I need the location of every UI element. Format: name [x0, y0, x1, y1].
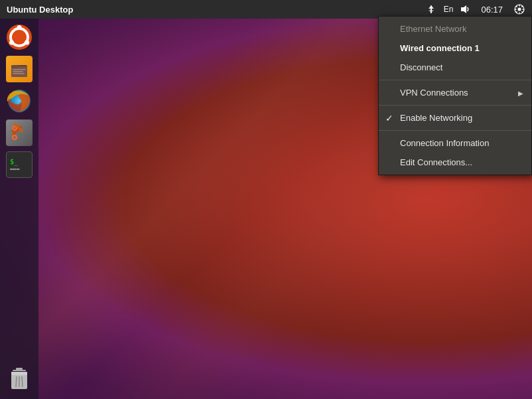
- menu-separator-3: [379, 130, 531, 131]
- dock-item-trash[interactable]: [5, 364, 34, 394]
- terminal-icon: $_ ▬▬▬: [6, 151, 33, 178]
- svg-rect-21: [13, 73, 25, 74]
- menu-item-edit-connections[interactable]: Edit Connections...: [379, 153, 531, 172]
- menu-item-vpn-connections[interactable]: VPN Connections: [379, 83, 531, 102]
- svg-marker-0: [461, 5, 466, 13]
- context-menu: Ethernet Network Wired connection 1 Disc…: [378, 16, 532, 175]
- dock-item-files[interactable]: [5, 54, 34, 84]
- svg-line-32: [16, 376, 17, 387]
- svg-rect-31: [11, 372, 27, 375]
- svg-rect-18: [11, 65, 18, 68]
- menu-item-enable-networking[interactable]: Enable Networking: [379, 108, 531, 127]
- system-settings-icon: [6, 120, 33, 146]
- panel-title: Ubuntu Desktop: [0, 5, 423, 15]
- dock-item-system-settings[interactable]: [5, 118, 34, 147]
- dock-item-ubuntu-home[interactable]: [5, 23, 34, 52]
- svg-rect-29: [16, 368, 23, 370]
- svg-line-34: [22, 376, 23, 387]
- dock: $_ ▬▬▬: [0, 19, 38, 399]
- svg-point-13: [17, 25, 22, 30]
- svg-point-2: [518, 8, 521, 11]
- svg-point-15: [25, 40, 29, 45]
- menu-item-wired-connection[interactable]: Wired connection 1: [379, 39, 531, 58]
- dock-item-terminal[interactable]: $_ ▬▬▬: [5, 150, 34, 179]
- menu-separator-1: [379, 80, 531, 80]
- trash-icon: [6, 366, 33, 392]
- svg-rect-20: [13, 71, 23, 72]
- svg-point-26: [13, 135, 17, 139]
- svg-rect-19: [13, 69, 26, 70]
- dock-item-firefox[interactable]: [5, 86, 34, 116]
- menu-item-connection-information[interactable]: Connection Information: [379, 133, 531, 153]
- menu-item-disconnect[interactable]: Disconnect: [379, 58, 531, 77]
- svg-point-25: [13, 126, 17, 130]
- menu-separator-2: [379, 105, 531, 106]
- menu-item-ethernet-network: Ethernet Network: [379, 19, 531, 39]
- svg-point-14: [9, 40, 14, 45]
- files-icon: [6, 56, 33, 82]
